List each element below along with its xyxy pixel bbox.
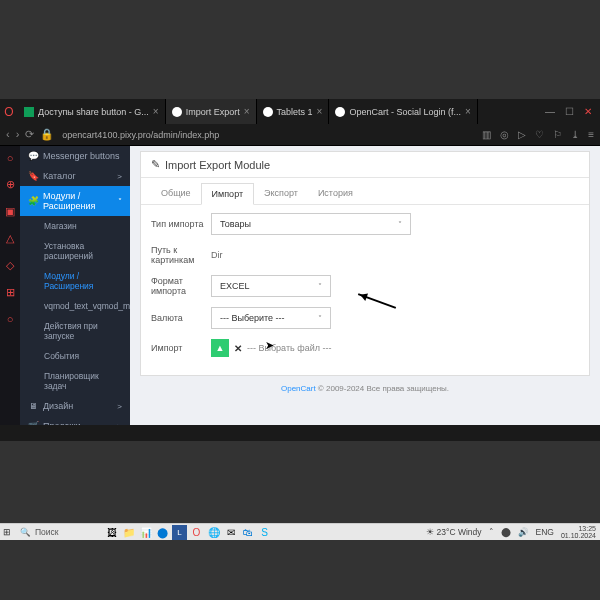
sidebar-item-cron[interactable]: Планировщик задач xyxy=(20,366,130,396)
browser-titlebar: O Доступы share button - G...× Import Ex… xyxy=(0,99,600,124)
currency-select[interactable]: --- Выберите ---˅ xyxy=(211,307,331,329)
close-icon[interactable]: × xyxy=(153,106,159,117)
tab-1[interactable]: Доступы share button - G...× xyxy=(18,99,166,124)
sidebar-item-install[interactable]: Установка расширений xyxy=(20,236,130,266)
taskbar-app-icon[interactable]: 🛍 xyxy=(240,525,255,540)
chevron-down-icon: ˅ xyxy=(398,220,402,229)
tray-icon[interactable]: ˄ xyxy=(489,527,494,537)
import-format-select[interactable]: EXCEL˅ xyxy=(211,275,331,297)
close-icon[interactable]: × xyxy=(465,106,471,117)
sidebar-item-vqmod[interactable]: vqmod_text_vqmod_manager xyxy=(20,296,130,316)
address-bar: ‹ › ⟳ 🔒 opencart4100.pixy.pro/admin/inde… xyxy=(0,124,600,146)
windows-taskbar: ⊞ 🔍Поиск 🖼 📁 📊 ⬤ L O 🌐 ✉ 🛍 S ☀23°C Windy… xyxy=(0,523,600,540)
reload-icon[interactable]: ⟳ xyxy=(25,128,34,141)
pencil-icon: ✎ xyxy=(151,158,160,171)
panel-title: ✎Import Export Module xyxy=(141,152,589,178)
tab-3[interactable]: Tablets 1× xyxy=(257,99,330,124)
sidebar-item-messenger[interactable]: 💬Messenger buttons xyxy=(20,146,130,166)
menu-icon[interactable]: ≡ xyxy=(588,129,594,140)
browser-sidebar: ○ ⊕ ▣ △ ◇ ⊞ ○ xyxy=(0,146,20,425)
taskbar-app-icon[interactable]: 📁 xyxy=(121,525,136,540)
taskbar-app-icon[interactable]: ⬤ xyxy=(155,525,170,540)
ext-icon[interactable]: ◎ xyxy=(500,129,509,140)
forward-icon[interactable]: › xyxy=(16,128,20,141)
sidebar-item-events[interactable]: События xyxy=(20,346,130,366)
sidebar-icon[interactable]: ◇ xyxy=(6,259,14,272)
taskbar-app-icon[interactable]: ✉ xyxy=(223,525,238,540)
taskbar-app-icon[interactable]: L xyxy=(172,525,187,540)
maximize-icon[interactable]: ☐ xyxy=(565,106,574,117)
sidebar-item-extensions[interactable]: Модули / Расширения xyxy=(20,266,130,296)
favicon-icon xyxy=(172,107,182,117)
sidebar-item-store[interactable]: Магазин xyxy=(20,216,130,236)
sidebar-item-startup[interactable]: Действия при запуске xyxy=(20,316,130,346)
minimize-icon[interactable]: — xyxy=(545,106,555,117)
sidebar-icon[interactable]: ⊕ xyxy=(6,178,15,191)
taskbar-app-icon[interactable]: 🖼 xyxy=(104,525,119,540)
cursor-icon: ➤ xyxy=(265,339,274,352)
panel-tabs: Общие Импорт Экспорт История xyxy=(141,178,589,205)
search-icon: 🔍 xyxy=(20,527,31,537)
window-controls: — ☐ ✕ xyxy=(537,106,600,117)
sidebar-icon[interactable]: ▣ xyxy=(5,205,15,218)
main-content: ✎Import Export Module Общие Импорт Экспо… xyxy=(130,146,600,425)
import-format-label: Формат импорта xyxy=(151,276,211,296)
chevron-down-icon: ˅ xyxy=(318,314,322,323)
lock-icon: 🔒 xyxy=(40,128,54,141)
image-path-value: Dir xyxy=(211,250,411,260)
tag-icon: 🔖 xyxy=(28,171,38,181)
favicon-icon xyxy=(24,107,34,117)
tray-icon[interactable]: ⬤ xyxy=(501,527,511,537)
language-indicator[interactable]: ENG xyxy=(536,527,554,537)
ext-icon[interactable]: ⚐ xyxy=(553,129,562,140)
favicon-icon xyxy=(263,107,273,117)
desktop-icon: 🖥 xyxy=(28,401,38,411)
taskbar-app-icon[interactable]: O xyxy=(189,525,204,540)
back-icon[interactable]: ‹ xyxy=(6,128,10,141)
taskbar-search[interactable]: 🔍Поиск xyxy=(14,527,104,537)
tab-general[interactable]: Общие xyxy=(151,183,201,204)
sidebar-icon[interactable]: △ xyxy=(6,232,14,245)
weather-widget[interactable]: ☀23°C Windy xyxy=(426,527,482,537)
file-name-label: --- Выбрать файл --- xyxy=(247,343,331,353)
ext-icon[interactable]: ⤓ xyxy=(571,129,579,140)
sidebar-item-design[interactable]: 🖥Дизайн> xyxy=(20,396,130,416)
sidebar-icon[interactable]: ⊞ xyxy=(6,286,15,299)
footer: OpenCart © 2009-2024 Все права защищены. xyxy=(130,381,600,396)
sidebar-item-sales[interactable]: 🛒Продажи> xyxy=(20,416,130,425)
url-text[interactable]: opencart4100.pixy.pro/admin/index.php xyxy=(62,130,474,140)
close-window-icon[interactable]: ✕ xyxy=(584,106,592,117)
clear-file-button[interactable]: ✕ xyxy=(234,343,242,354)
close-icon[interactable]: × xyxy=(317,106,323,117)
import-export-panel: ✎Import Export Module Общие Импорт Экспо… xyxy=(140,151,590,376)
tab-4[interactable]: OpenCart - Social Login (f...× xyxy=(329,99,477,124)
chevron-right-icon: > xyxy=(117,402,122,411)
taskbar-app-icon[interactable]: S xyxy=(257,525,272,540)
taskbar-app-icon[interactable]: 🌐 xyxy=(206,525,221,540)
tab-2[interactable]: Import Export× xyxy=(166,99,257,124)
chevron-down-icon: ˅ xyxy=(118,197,122,206)
upload-button[interactable]: ▲ xyxy=(211,339,229,357)
clock[interactable]: 13:2501.10.2024 xyxy=(561,525,596,539)
ext-icon[interactable]: ▷ xyxy=(518,129,526,140)
import-label: Импорт xyxy=(151,343,211,353)
chevron-right-icon: > xyxy=(117,422,122,426)
sidebar-item-catalog[interactable]: 🔖Каталог> xyxy=(20,166,130,186)
image-path-label: Путь к картинкам xyxy=(151,245,211,265)
ext-icon[interactable]: ▥ xyxy=(482,129,491,140)
import-type-select[interactable]: Товары˅ xyxy=(211,213,411,235)
start-button[interactable]: ⊞ xyxy=(0,527,14,537)
sidebar-icon[interactable]: ○ xyxy=(7,152,14,164)
taskbar-app-icon[interactable]: 📊 xyxy=(138,525,153,540)
sidebar-item-modules[interactable]: 🧩Модули / Расширения˅ xyxy=(20,186,130,216)
close-icon[interactable]: × xyxy=(244,106,250,117)
tab-export[interactable]: Экспорт xyxy=(254,183,308,204)
sidebar-icon[interactable]: ○ xyxy=(7,313,14,325)
tab-history[interactable]: История xyxy=(308,183,363,204)
tray-icon[interactable]: 🔊 xyxy=(518,527,529,537)
opencart-link[interactable]: OpenCart xyxy=(281,384,316,393)
ext-icon[interactable]: ♡ xyxy=(535,129,544,140)
sun-icon: ☀ xyxy=(426,527,434,537)
tab-import[interactable]: Импорт xyxy=(201,183,254,205)
cart-icon: 🛒 xyxy=(28,421,38,425)
